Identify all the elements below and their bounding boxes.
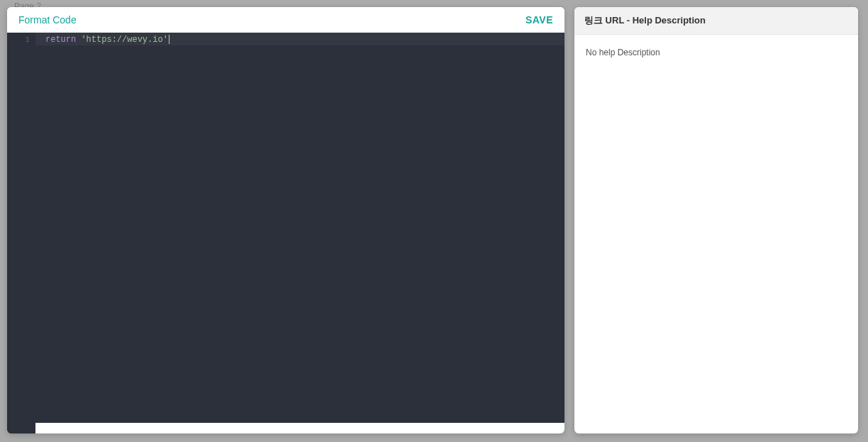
line-number: 1 xyxy=(7,33,30,46)
horizontal-scrollbar[interactable] xyxy=(35,423,564,433)
code-content[interactable]: return 'https://wevy.io' xyxy=(35,33,564,46)
help-panel-title: 링크 URL - Help Description xyxy=(574,7,858,35)
format-code-button[interactable]: Format Code xyxy=(18,14,77,26)
code-editor-panel: Format Code SAVE 1 return 'https://wevy.… xyxy=(7,7,564,433)
save-button[interactable]: SAVE xyxy=(525,14,553,26)
line-gutter: 1 xyxy=(7,33,35,433)
help-panel-body: No help Description xyxy=(574,35,858,433)
code-editor[interactable]: 1 return 'https://wevy.io' xyxy=(7,33,564,433)
editor-header: Format Code SAVE xyxy=(7,7,564,33)
code-string: 'https://wevy.io' xyxy=(81,35,167,45)
help-panel: 링크 URL - Help Description No help Descri… xyxy=(574,7,858,433)
modal-container: Format Code SAVE 1 return 'https://wevy.… xyxy=(7,7,858,433)
code-keyword: return xyxy=(45,35,76,45)
text-cursor xyxy=(169,35,169,44)
